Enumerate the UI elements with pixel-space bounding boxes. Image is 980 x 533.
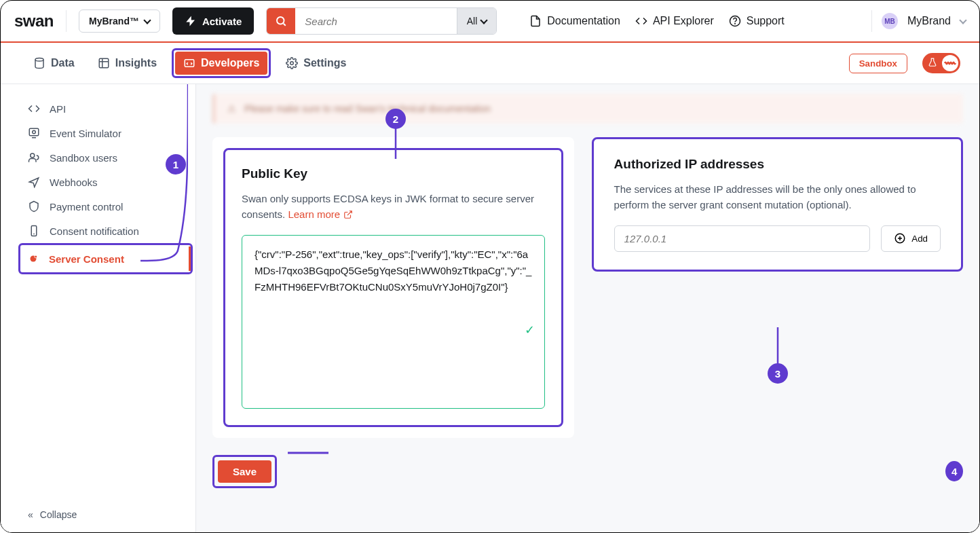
support-link[interactable]: Support: [729, 15, 785, 27]
sandbox-button[interactable]: Sandbox: [849, 54, 907, 73]
nav-data-label: Data: [51, 57, 75, 69]
api-explorer-link[interactable]: API Explorer: [635, 15, 714, 27]
top-bar: swan MyBrand™ Activate All: [1, 1, 979, 43]
sidebar-label: Event Simulator: [50, 128, 121, 139]
database-icon: [33, 57, 45, 69]
docs-label: Documentation: [547, 15, 620, 27]
code-icon: [28, 103, 40, 115]
nav-settings[interactable]: Settings: [278, 52, 354, 75]
ip-card: Authorized IP addresses The services at …: [592, 137, 963, 272]
webhook-icon: [28, 176, 40, 188]
user-menu[interactable]: MB MyBrand: [871, 10, 966, 32]
nav-developers[interactable]: Developers: [175, 52, 267, 75]
public-key-card: Public Key Swan only supports ECDSA keys…: [212, 137, 574, 438]
brand-selector[interactable]: MyBrand™: [79, 10, 160, 33]
callout-frame-public-key: Public Key Swan only supports ECDSA keys…: [223, 148, 563, 427]
activate-button[interactable]: Activate: [172, 7, 254, 35]
svg-rect-7: [29, 128, 39, 136]
plus-circle-icon: [894, 232, 906, 244]
gear-icon: [286, 57, 298, 69]
code-icon: [635, 15, 647, 27]
beaker-icon: [928, 58, 937, 69]
learn-more-link[interactable]: Learn more: [288, 206, 353, 222]
search-scope[interactable]: All: [457, 8, 497, 34]
nav-settings-label: Settings: [303, 57, 346, 69]
sidebar-label: Sandbox users: [50, 152, 117, 164]
toggle-knob: [942, 55, 958, 71]
svg-point-8: [33, 130, 36, 134]
top-links: Documentation API Explorer Support: [529, 15, 784, 27]
chevron-down-icon: [481, 16, 487, 26]
sidebar-label: Webhooks: [50, 177, 98, 188]
ip-title: Authorized IP addresses: [614, 157, 941, 172]
ip-input[interactable]: [614, 225, 871, 252]
logo: swan: [14, 12, 54, 31]
nav-insights-label: Insights: [115, 57, 157, 69]
save-button[interactable]: Save: [218, 460, 271, 483]
chevron-down-icon: [960, 16, 966, 26]
shield-icon: [28, 200, 40, 213]
document-icon: [529, 15, 542, 27]
save-zone: Save 4: [212, 452, 963, 492]
ip-row: Add: [614, 225, 941, 252]
main-nav: Data Insights Developers Settings Sandbo…: [1, 43, 979, 84]
insights-icon: [98, 57, 110, 69]
sidebar-label: Server Consent: [49, 253, 124, 265]
lightning-icon: [185, 15, 197, 27]
activate-label: Activate: [202, 16, 242, 27]
callout-frame-developers: Developers: [172, 48, 271, 78]
callout-badge-2: 2: [385, 109, 406, 129]
help-icon: [729, 15, 741, 27]
simulator-icon: [28, 127, 40, 139]
add-label: Add: [911, 234, 928, 244]
svg-point-13: [35, 256, 37, 258]
collapse-sidebar[interactable]: « Collapse: [1, 497, 195, 532]
search-icon: [275, 15, 287, 27]
public-key-desc: Swan only supports ECDSA keys in JWK for…: [242, 191, 545, 223]
jwk-value: {"crv":"P-256","ext":true,"key_ops":["ve…: [255, 249, 531, 293]
divider: [871, 10, 872, 32]
svg-point-0: [277, 17, 284, 24]
search-scope-label: All: [467, 16, 478, 26]
external-link-icon: [343, 210, 353, 219]
jwk-textarea[interactable]: {"crv":"P-256","ext":true,"key_ops":["ve…: [242, 235, 545, 409]
users-icon: [28, 151, 40, 164]
collapse-label: Collapse: [40, 509, 77, 520]
callout-badge-1: 1: [166, 154, 186, 174]
api-explorer-label: API Explorer: [653, 15, 714, 27]
sidebar-label: API: [50, 103, 66, 115]
callout-badge-3: 3: [768, 363, 788, 384]
collapse-icon: «: [28, 509, 33, 520]
live-toggle[interactable]: [922, 53, 960, 73]
warning-icon: ⚠: [227, 103, 236, 114]
add-ip-button[interactable]: Add: [881, 225, 941, 252]
svg-point-3: [35, 58, 43, 62]
info-banner: ⚠ Please make sure to read Swan's techni…: [212, 94, 963, 124]
search-input[interactable]: [295, 8, 456, 34]
nav-developers-label: Developers: [201, 57, 259, 69]
sidebar-label: Consent notification: [50, 225, 139, 237]
public-key-title: Public Key: [242, 166, 545, 181]
phone-icon: [28, 225, 40, 237]
svg-rect-4: [99, 58, 109, 68]
nav-data[interactable]: Data: [25, 52, 83, 75]
svg-rect-5: [185, 60, 194, 67]
nav-insights[interactable]: Insights: [90, 52, 165, 75]
svg-point-9: [31, 153, 35, 158]
learn-more-label: Learn more: [288, 206, 340, 222]
main: ⚠ Please make sure to read Swan's techni…: [196, 84, 979, 532]
sidebar-label: Payment control: [50, 201, 123, 213]
docs-link[interactable]: Documentation: [529, 15, 620, 27]
brand-name: MyBrand™: [89, 16, 139, 26]
search-button[interactable]: [267, 8, 295, 34]
svg-point-6: [290, 62, 294, 65]
chevron-down-icon: [145, 16, 150, 26]
cards: Public Key Swan only supports ECDSA keys…: [212, 137, 963, 438]
callout-badge-4: 4: [945, 461, 963, 481]
user-name: MyBrand: [907, 15, 951, 27]
developers-icon: [183, 57, 195, 69]
ip-desc: The services at these IP addresses will …: [614, 181, 941, 213]
server-consent-icon: [27, 253, 39, 265]
avatar: MB: [882, 13, 898, 29]
callout-frame-save: Save: [212, 455, 277, 488]
